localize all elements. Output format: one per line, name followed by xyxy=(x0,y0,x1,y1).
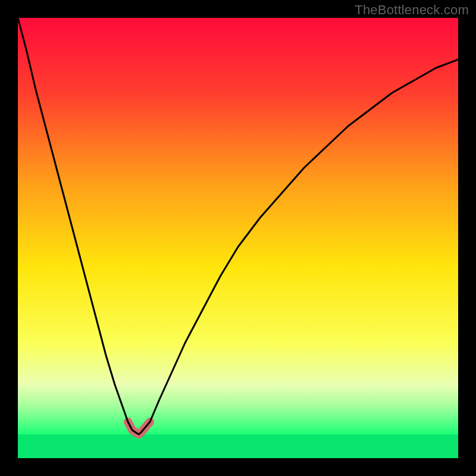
chart-frame xyxy=(18,18,458,458)
bottleneck-curve-line xyxy=(18,18,458,434)
watermark-text: TheBottleneck.com xyxy=(355,2,469,18)
bottleneck-curve-svg xyxy=(18,18,458,458)
